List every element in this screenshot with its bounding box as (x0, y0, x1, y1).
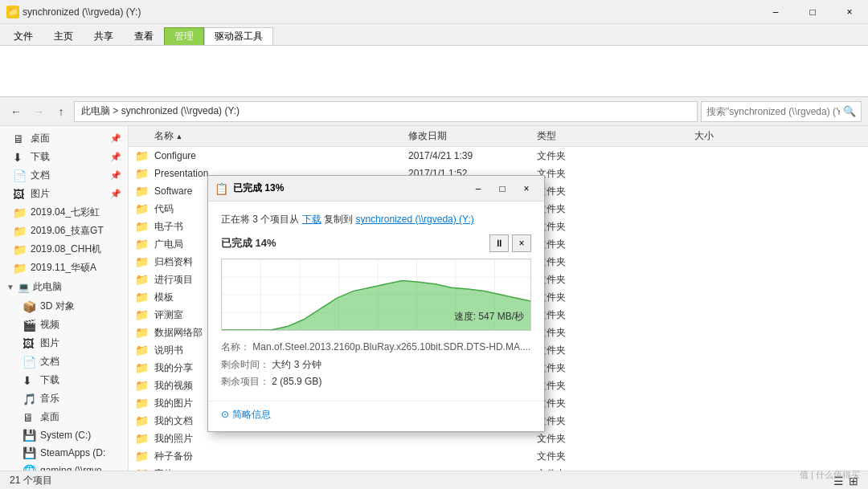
filename-label: 名称： (221, 341, 250, 352)
tab-share[interactable]: 共享 (84, 27, 124, 45)
sidebar-item-downloads[interactable]: ⬇ 下载 📌 (0, 148, 128, 166)
desc-from[interactable]: 下载 (302, 214, 321, 225)
desktop-icon: 🖥 (13, 132, 26, 145)
file-name: 电子书 (154, 220, 183, 234)
dialog-title-left: 📋 已完成 13% (215, 181, 284, 195)
sidebar-thispc[interactable]: ▼ 💻 此电脑 (0, 277, 128, 297)
file-name: 代码 (154, 202, 174, 216)
file-icon: 📁 (135, 202, 149, 215)
address-path[interactable]: 此电脑 > synchronized (\\rgveda) (Y:) (74, 101, 698, 122)
file-icon: 📁 (135, 467, 149, 471)
col-size-header[interactable]: 大小 (633, 129, 714, 143)
col-date-header[interactable]: 修改日期 (408, 129, 537, 143)
sidebar-label: 图片 (40, 336, 59, 350)
file-type: 文件夹 (537, 202, 633, 216)
title-bar: 📁 synchronized (\\rgveda) (Y:) – □ × (0, 0, 868, 24)
tab-drive-tools[interactable]: 驱动器工具 (204, 27, 273, 45)
window-icon: 📁 (6, 6, 19, 18)
sidebar-label: 2019.08_CHH机 (31, 242, 101, 256)
sidebar-item-3d[interactable]: 📦 3D 对象 (0, 297, 128, 316)
sidebar-item-2019-11[interactable]: 📁 2019.11_华硕A (0, 259, 128, 277)
sidebar-item-2019-08[interactable]: 📁 2019.08_CHH机 (0, 240, 128, 259)
file-type: 文件夹 (537, 361, 633, 375)
dialog-max-button[interactable]: □ (491, 180, 514, 198)
sidebar-item-2019-06[interactable]: 📁 2019.06_技嘉GT (0, 222, 128, 240)
tab-view[interactable]: 查看 (124, 27, 164, 45)
sidebar-label: 2019.11_华硕A (31, 261, 96, 275)
file-type: 文件夹 (537, 326, 633, 340)
sidebar-item-pictures[interactable]: 🖼 图片 📌 (0, 185, 128, 203)
tab-file[interactable]: 文件 (3, 27, 43, 45)
file-name: 进行项目 (154, 273, 193, 287)
file-icon: 📁 (135, 308, 149, 321)
search-input[interactable] (706, 106, 840, 117)
folder-icon: 📁 (13, 243, 26, 256)
table-row[interactable]: 📁 我的照片 文件夹 (129, 430, 868, 447)
tab-manage[interactable]: 管理 (164, 27, 204, 45)
steamapps-icon: 💾 (23, 446, 35, 459)
sidebar-item-documents2[interactable]: 📄 文档 (0, 352, 128, 371)
expand-icon: ▼ (6, 283, 14, 291)
desc-to[interactable]: synchronized (\\rgveda) (Y:) (355, 214, 473, 225)
address-bar: ← → ↑ 此电脑 > synchronized (\\rgveda) (Y:)… (0, 97, 868, 126)
desktop2-icon: 🖥 (23, 411, 35, 424)
sidebar-item-systemc[interactable]: 💾 System (C:) (0, 426, 128, 444)
search-box[interactable]: 🔍 (701, 101, 862, 122)
file-type: 文件夹 (537, 238, 633, 251)
file-name: 我的文档 (154, 414, 193, 428)
gaming-icon: 🌐 (23, 464, 35, 471)
col-type-header[interactable]: 类型 (537, 129, 633, 143)
search-icon: 🔍 (843, 105, 856, 117)
minimize-button[interactable]: – (757, 0, 794, 24)
folder-icon: 📁 (13, 262, 26, 275)
back-button[interactable]: ← (6, 102, 26, 121)
watermark: 值 | 什么值得买 (800, 469, 860, 481)
maximize-button[interactable]: □ (794, 0, 831, 24)
ribbon: 文件 主页 共享 查看 管理 驱动器工具 (0, 24, 868, 97)
file-name: 广电局 (154, 238, 183, 251)
documents-icon: 📄 (13, 169, 26, 182)
pictures2-icon: 🖼 (23, 337, 35, 350)
sidebar-label: 视频 (40, 318, 59, 332)
close-button[interactable]: × (831, 0, 868, 24)
cancel-copy-button[interactable]: × (512, 234, 531, 252)
sidebar-item-videos[interactable]: 🎬 视频 (0, 316, 128, 334)
pin-icon: 📌 (110, 170, 121, 181)
file-name: Configure (154, 150, 196, 161)
dialog-min-button[interactable]: – (467, 180, 489, 198)
sidebar-item-desktop[interactable]: 🖥 桌面 📌 (0, 129, 128, 148)
sidebar-item-pictures2[interactable]: 🖼 图片 (0, 334, 128, 352)
dialog-titlebar: 📋 已完成 13% – □ × (208, 176, 544, 202)
file-icon: 📁 (135, 432, 149, 445)
file-name: 归档资料 (154, 255, 193, 269)
table-row[interactable]: 📁 Configure 2017/4/21 1:39 文件夹 (129, 147, 868, 165)
file-type: 文件夹 (537, 149, 633, 163)
sidebar-item-downloads2[interactable]: ⬇ 下载 (0, 371, 128, 389)
file-type: 文件夹 (537, 397, 633, 410)
sidebar-label: 2019.06_技嘉GT (31, 224, 104, 238)
dialog-close-button[interactable]: × (515, 180, 538, 198)
folder-icon: 📁 (13, 206, 26, 219)
file-name: Presentation (154, 168, 208, 179)
copy-dialog: 📋 已完成 13% – □ × 正在将 3 个项目从 下载 复制到 synchr… (207, 175, 545, 432)
pause-button[interactable]: ⏸ (489, 234, 509, 252)
sidebar-item-steamapps[interactable]: 💾 SteamApps (D: (0, 444, 128, 462)
sidebar-item-documents[interactable]: 📄 文档 📌 (0, 166, 128, 185)
tab-home[interactable]: 主页 (43, 27, 84, 45)
detail-toggle[interactable]: ⊙ 简略信息 (221, 408, 271, 422)
sidebar-item-music[interactable]: 🎵 音乐 (0, 389, 128, 408)
table-row[interactable]: 📁 字体 文件夹 (129, 465, 868, 471)
col-name-header[interactable]: 名称 (135, 129, 408, 143)
pin-icon: 📌 (110, 133, 121, 144)
sidebar-label: 桌面 (40, 410, 59, 424)
sidebar-item-desktop2[interactable]: 🖥 桌面 (0, 408, 128, 426)
sidebar-label: 图片 (31, 187, 50, 201)
table-row[interactable]: 📁 种子备份 文件夹 (129, 447, 868, 465)
file-type: 文件夹 (537, 220, 633, 234)
filename-row: 名称： Man.of.Steel.2013.2160p.BluRay.x265.… (221, 339, 531, 357)
dialog-progress-controls: ⏸ × (489, 234, 531, 252)
sidebar-item-gaming[interactable]: 🌐 gaming (\\rgve (0, 462, 128, 471)
up-button[interactable]: ↑ (51, 102, 71, 121)
downloads-icon: ⬇ (13, 151, 26, 164)
sidebar-item-2019-04[interactable]: 📁 2019.04_七彩虹 (0, 203, 128, 222)
